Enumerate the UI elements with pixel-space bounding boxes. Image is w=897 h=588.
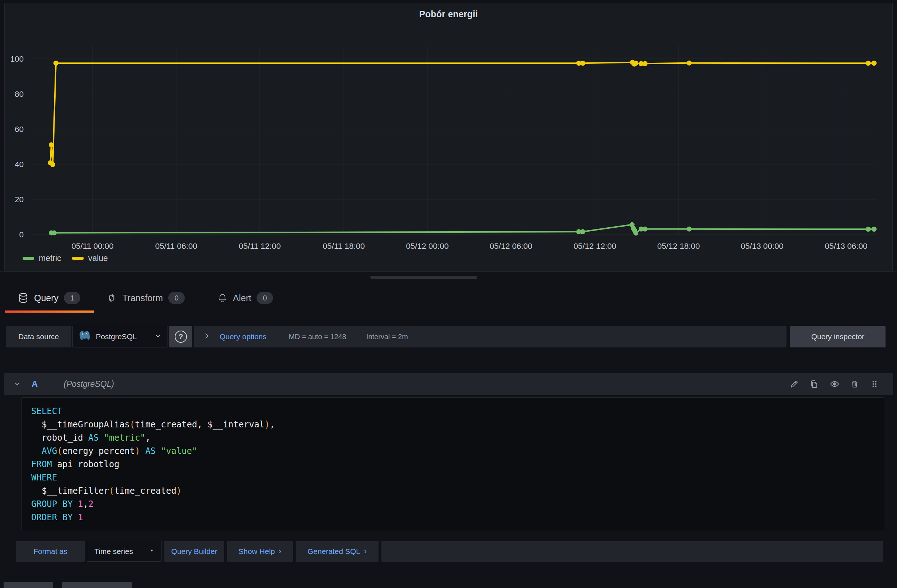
collapse-chevron-icon[interactable]	[14, 380, 21, 388]
show-help-button[interactable]: Show Help ›	[227, 541, 293, 562]
svg-text:80: 80	[15, 90, 24, 99]
format-as-label: Format as	[16, 541, 85, 562]
postgresql-icon	[78, 330, 91, 344]
trash-delete-icon[interactable]	[850, 379, 859, 389]
svg-text:05/13 06:00: 05/13 06:00	[825, 242, 868, 250]
sql-code-line: ORDER BY 1	[31, 511, 884, 524]
svg-text:20: 20	[15, 195, 24, 204]
question-circle-icon: ?	[175, 331, 187, 343]
sql-code-line: FROM api_robotlog	[31, 458, 884, 471]
query-row-actions	[789, 379, 879, 389]
duplicate-copy-icon[interactable]	[810, 379, 819, 389]
query-row-header: A (PostgreSQL)	[4, 373, 893, 395]
bell-icon	[217, 292, 228, 304]
database-icon	[18, 292, 29, 304]
time-series-chart: 02040608010005/11 00:0005/11 06:0005/11 …	[5, 3, 892, 271]
svg-text:60: 60	[15, 125, 24, 134]
data-source-picker[interactable]: PostgreSQL	[72, 326, 168, 347]
tab-alert-label: Alert	[233, 293, 251, 303]
svg-text:05/12 06:00: 05/12 06:00	[490, 242, 533, 250]
legend-label: value	[88, 254, 108, 263]
sql-code-line: $__timeFilter(time_created)	[31, 484, 884, 498]
svg-text:05/12 12:00: 05/12 12:00	[574, 242, 617, 250]
sql-code-line: GROUP BY 1,2	[31, 498, 884, 511]
bottom-cutoff-button-1[interactable]	[4, 582, 53, 588]
eye-visibility-icon[interactable]	[830, 379, 840, 389]
max-data-points-text: MD = auto = 1248	[289, 333, 346, 341]
tab-query-label: Query	[34, 293, 58, 303]
format-as-dropdown[interactable]: Time series	[87, 541, 161, 562]
sql-code-line: AVG(energy_percent) AS "value"	[31, 444, 884, 458]
section-divider	[0, 272, 897, 272]
tab-query[interactable]: Query 1	[18, 292, 80, 304]
query-datasource-name: (PostgreSQL)	[64, 379, 114, 389]
sql-code-line: SELECT	[31, 405, 884, 418]
svg-text:05/11 12:00: 05/11 12:00	[239, 242, 280, 250]
footer-filler-segment	[381, 541, 883, 562]
tab-transform-count: 0	[168, 292, 185, 304]
sql-code-line: WHERE	[31, 471, 884, 484]
chart-panel: Pobór energii 02040608010005/11 00:0005/…	[4, 3, 893, 272]
svg-text:05/11 18:00: 05/11 18:00	[323, 242, 364, 250]
query-options-bar: Query options MD = auto = 1248 Interval …	[194, 326, 787, 347]
data-source-value: PostgreSQL	[96, 332, 137, 341]
format-as-value: Time series	[94, 547, 133, 556]
tab-alert[interactable]: Alert 0	[217, 292, 273, 304]
editor-tabs: Query 1 Transform 0 Alert 0	[0, 287, 897, 316]
sql-code-line: robot_id AS "metric",	[31, 431, 884, 444]
generated-sql-label: Generated SQL	[308, 547, 360, 556]
chart-legend: metricvalue	[23, 254, 108, 263]
bottom-cutoff-button-2[interactable]	[62, 582, 132, 588]
generated-sql-button[interactable]: Generated SQL ›	[295, 541, 378, 562]
drag-handle-icon[interactable]	[870, 379, 879, 389]
panel-resize-handle[interactable]	[370, 276, 477, 279]
legend-item-value[interactable]: value	[72, 254, 108, 263]
sql-editor[interactable]: SELECT $__timeGroupAlias(time_created, $…	[21, 397, 884, 531]
data-source-label: Data source	[6, 326, 71, 347]
caret-down-icon	[148, 547, 155, 556]
edit-pencil-icon[interactable]	[789, 379, 799, 389]
query-inspector-button[interactable]: Query inspector	[790, 326, 886, 347]
sql-code-line: $__timeGroupAlias(time_created, $__inter…	[31, 418, 884, 431]
tab-transform-label: Transform	[122, 293, 163, 303]
svg-text:40: 40	[15, 160, 24, 169]
legend-swatch	[72, 257, 84, 260]
legend-swatch	[23, 257, 34, 260]
chevron-right-icon[interactable]	[203, 332, 210, 341]
show-help-label: Show Help	[239, 547, 275, 556]
svg-text:05/12 00:00: 05/12 00:00	[406, 242, 449, 250]
transform-icon	[106, 292, 117, 304]
query-builder-button[interactable]: Query Builder	[164, 541, 224, 562]
chevron-down-icon	[154, 332, 162, 341]
tab-alert-count: 0	[257, 292, 273, 304]
tab-query-count: 1	[64, 292, 80, 304]
tab-transform[interactable]: Transform 0	[106, 292, 185, 304]
chevron-right-icon: ›	[279, 546, 281, 556]
query-ref-id[interactable]: A	[32, 379, 38, 389]
interval-text: Interval = 2m	[366, 333, 408, 341]
active-tab-underline	[5, 310, 94, 313]
legend-item-metric[interactable]: metric	[23, 254, 61, 263]
svg-text:05/13 00:00: 05/13 00:00	[741, 242, 784, 250]
query-options-link[interactable]: Query options	[220, 332, 266, 341]
help-button[interactable]: ?	[169, 326, 192, 347]
svg-text:05/11 00:00: 05/11 00:00	[71, 242, 113, 250]
svg-text:100: 100	[10, 55, 24, 63]
legend-label: metric	[39, 254, 61, 263]
svg-text:05/11 06:00: 05/11 06:00	[155, 242, 197, 250]
chevron-right-icon: ›	[364, 546, 367, 556]
svg-text:0: 0	[19, 230, 24, 239]
svg-text:05/12 18:00: 05/12 18:00	[657, 242, 700, 250]
